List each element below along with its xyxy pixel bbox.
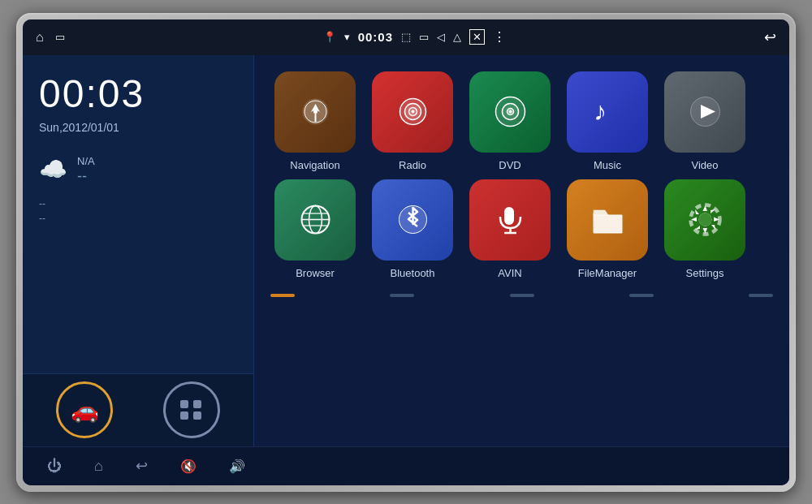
settings-label: Settings: [686, 267, 724, 279]
radio-svg-icon: [391, 89, 435, 134]
volume-up-nav-icon[interactable]: 🔊: [229, 459, 245, 474]
weather-widget: ☁️ N/A --: [39, 147, 237, 192]
filemanager-label: FileManager: [578, 267, 637, 279]
bluetooth-icon-box: [372, 179, 453, 261]
svg-point-24: [698, 213, 711, 226]
back-nav-icon[interactable]: ↩: [136, 457, 148, 475]
clock-display: 00:03: [39, 71, 237, 116]
indicator-dot-inactive-1: [390, 294, 414, 297]
svg-point-1: [313, 110, 317, 114]
video-label: Video: [691, 159, 718, 171]
indicator-dot-inactive-4: [749, 294, 773, 297]
indicator-group-3: [510, 294, 534, 297]
weather-detail-1: --: [39, 198, 237, 209]
app-row-2: Browser Bluetooth: [270, 179, 773, 279]
filemanager-svg-icon: [585, 197, 630, 242]
dvd-label: DVD: [499, 159, 520, 171]
window-icon: ▭: [419, 31, 429, 43]
app-radio[interactable]: Radio: [368, 71, 457, 171]
browser-svg-icon: [293, 197, 338, 242]
app-grid-panel: Navigation Radio: [254, 55, 789, 446]
volume-down-nav-icon[interactable]: 🔇: [180, 459, 197, 474]
left-panel: 00:03 Sun,2012/01/01 ☁️ N/A -- -- --: [23, 55, 254, 446]
page-indicators: [270, 287, 773, 307]
car-icon: 🚗: [71, 397, 99, 424]
indicator-group-1: [270, 294, 295, 297]
date-display: Sun,2012/01/01: [39, 121, 237, 134]
status-right: ↩: [764, 28, 776, 46]
filemanager-icon-box: [567, 179, 648, 261]
apps-grid-button[interactable]: [163, 381, 220, 438]
power-nav-icon[interactable]: ⏻: [47, 458, 62, 475]
radio-label: Radio: [399, 159, 426, 171]
avin-icon-box: [469, 179, 551, 261]
settings-svg-icon: [683, 197, 728, 242]
indicator-dot-inactive-3: [629, 294, 654, 297]
app-video[interactable]: Video: [660, 71, 749, 171]
indicator-group-5: [749, 294, 773, 297]
bluetooth-label: Bluetooth: [391, 267, 435, 279]
app-filemanager[interactable]: FileManager: [563, 179, 652, 279]
app-navigation[interactable]: Navigation: [270, 71, 360, 171]
avin-label: AVIN: [498, 267, 521, 279]
browser-icon-box: [274, 179, 356, 261]
indicator-group-4: [629, 294, 654, 297]
nav-bar: ⏻ ⌂ ↩ 🔇 🔊: [23, 446, 789, 485]
main-content: 00:03 Sun,2012/01/01 ☁️ N/A -- -- --: [23, 55, 789, 446]
screen: ⌂ ▭ 📍 ▾ 00:03 ⬚ ▭ ◁ △ ✕ ⋮ ↩: [23, 19, 789, 485]
wifi-icon: ▾: [344, 31, 350, 43]
music-icon-box: ♪: [567, 71, 648, 153]
location-icon: 📍: [323, 31, 336, 43]
music-label: Music: [594, 159, 621, 171]
status-left-icons: ⌂ ▭: [36, 30, 65, 45]
svg-text:♪: ♪: [594, 97, 607, 126]
video-icon-box: [664, 71, 745, 153]
svg-rect-19: [504, 207, 514, 225]
avin-svg-icon: [488, 197, 533, 242]
indicator-dot-active: [270, 294, 295, 297]
dvd-svg-icon: [488, 89, 533, 134]
app-bluetooth[interactable]: Bluetooth: [368, 179, 457, 279]
indicator-group-2: [390, 294, 414, 297]
home-status-icon[interactable]: ⌂: [36, 30, 44, 45]
camera-icon: ⬚: [401, 31, 411, 43]
svg-point-9: [508, 110, 512, 114]
volume-icon: ◁: [437, 31, 445, 43]
app-music[interactable]: ♪ Music: [563, 71, 652, 171]
clock-widget: 00:03 Sun,2012/01/01 ☁️ N/A -- -- --: [23, 55, 253, 373]
nav-icon-box: [274, 71, 356, 153]
indicator-dot-inactive-2: [510, 294, 534, 297]
status-bar: ⌂ ▭ 📍 ▾ 00:03 ⬚ ▭ ◁ △ ✕ ⋮ ↩: [23, 19, 789, 55]
weather-temp: N/A --: [77, 153, 95, 185]
weather-detail-2: --: [39, 213, 237, 224]
settings-icon-box: [664, 179, 745, 261]
x-icon: ✕: [469, 29, 485, 45]
bottom-quick-apps: 🚗: [23, 373, 253, 446]
app-dvd[interactable]: DVD: [465, 71, 555, 171]
car-app-button[interactable]: 🚗: [56, 381, 113, 438]
radio-icon-box: [372, 71, 453, 153]
nav-label: Navigation: [290, 159, 339, 171]
music-svg-icon: ♪: [585, 89, 630, 134]
video-svg-icon: [683, 89, 728, 134]
browser-label: Browser: [296, 267, 335, 279]
menu-icon[interactable]: ⋮: [493, 29, 506, 45]
apps-grid-icon: [180, 400, 203, 420]
nav-svg-icon: [293, 89, 338, 134]
dvd-icon-box: [469, 71, 551, 153]
app-browser[interactable]: Browser: [270, 179, 360, 279]
app-settings[interactable]: Settings: [660, 179, 749, 279]
weather-cloud-icon: ☁️: [39, 156, 67, 183]
svg-point-5: [411, 110, 414, 114]
status-center: 📍 ▾ 00:03 ⬚ ▭ ◁ △ ✕ ⋮: [323, 29, 506, 45]
status-time: 00:03: [358, 30, 393, 44]
app-avin[interactable]: AVIN: [465, 179, 555, 279]
device-frame: ⌂ ▭ 📍 ▾ 00:03 ⬚ ▭ ◁ △ ✕ ⋮ ↩: [16, 13, 796, 492]
bluetooth-svg-icon: [391, 197, 435, 242]
weather-details: -- --: [39, 198, 237, 224]
app-row-1: Navigation Radio: [270, 71, 773, 171]
image-status-icon: ▭: [55, 31, 65, 43]
home-nav-icon[interactable]: ⌂: [94, 458, 103, 475]
eject-icon: △: [453, 31, 461, 43]
back-status-icon[interactable]: ↩: [764, 28, 776, 46]
